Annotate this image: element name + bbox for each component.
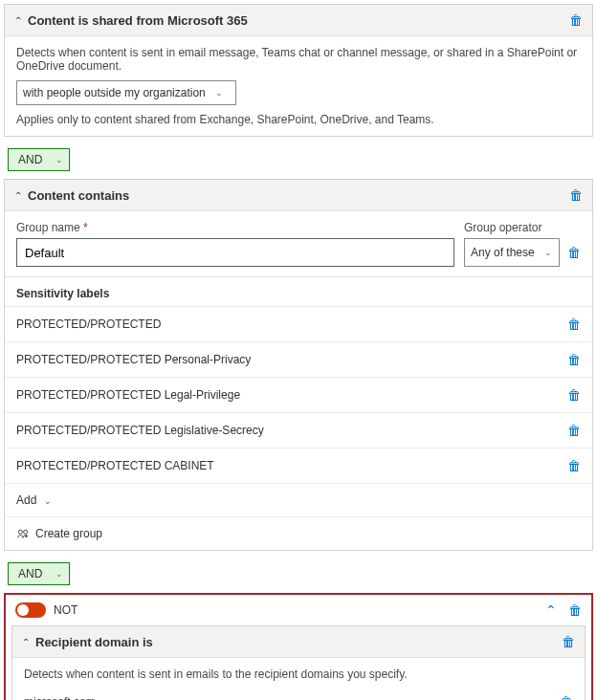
section-title: Content contains	[28, 188, 569, 203]
chevron-down-icon: ⌄	[44, 496, 52, 506]
condition-section-recipient: ⌃ Recipient domain is 🗑 Detects when con…	[11, 625, 586, 700]
group-operator-dropdown[interactable]: Any of these ⌄	[464, 238, 560, 267]
delete-icon[interactable]: 🗑	[562, 634, 575, 649]
condition-section-contains: ⌃ Content contains 🗑 Group name * Group …	[4, 179, 593, 551]
not-label: NOT	[54, 603, 538, 617]
group-name-input[interactable]	[16, 238, 454, 267]
operator-and[interactable]: AND ⌄	[8, 562, 70, 585]
delete-icon[interactable]: 🗑	[569, 187, 583, 203]
operator-label: AND	[18, 567, 42, 580]
group-op-label: Group operator	[464, 221, 581, 234]
chevron-down-icon: ⌄	[544, 248, 552, 257]
not-group: NOT ⌃ 🗑 ⌃ Recipient domain is 🗑 Detects …	[4, 593, 593, 700]
chevron-up-icon[interactable]: ⌃	[14, 15, 22, 26]
sensitivity-label-text: PROTECTED/PROTECTED Legislative-Secrecy	[16, 424, 264, 437]
delete-icon[interactable]: 🗑	[567, 387, 581, 403]
svg-point-1	[24, 530, 28, 534]
section-note: Applies only to content shared from Exch…	[16, 113, 581, 126]
domain-value: microsoft.com	[24, 695, 96, 700]
delete-icon[interactable]: 🗑	[567, 352, 581, 367]
sensitivity-label-text: PROTECTED/PROTECTED	[16, 317, 161, 331]
not-toggle[interactable]	[15, 602, 46, 618]
delete-icon[interactable]: 🗑	[567, 245, 581, 260]
create-group-label: Create group	[35, 527, 102, 540]
sensitivity-label-row: PROTECTED/PROTECTED Legislative-Secrecy🗑	[5, 412, 592, 448]
sensitivity-label-text: PROTECTED/PROTECTED Personal-Privacy	[16, 353, 251, 366]
chevron-down-icon: ⌄	[55, 569, 63, 579]
add-label: Add	[16, 493, 36, 507]
section-title: Content is shared from Microsoft 365	[28, 13, 569, 28]
group-op-value: Any of these	[471, 246, 535, 259]
sensitivity-labels-heading: Sensitivity labels	[5, 276, 592, 306]
chevron-up-icon[interactable]: ⌃	[22, 637, 30, 647]
delete-icon[interactable]: 🗑	[567, 317, 581, 332]
sensitivity-label-text: PROTECTED/PROTECTED Legal-Privilege	[16, 388, 240, 402]
add-menu[interactable]: Add ⌄	[5, 483, 592, 516]
group-name-label: Group name *	[16, 221, 454, 234]
create-group-button[interactable]: Create group	[5, 516, 592, 550]
section-description: Detects when content is sent in email me…	[16, 46, 581, 73]
chevron-down-icon: ⌄	[55, 155, 63, 164]
operator-and[interactable]: AND ⌄	[8, 148, 70, 171]
delete-icon[interactable]: 🗑	[568, 602, 582, 618]
section-title: Recipient domain is	[35, 635, 562, 649]
sensitivity-label-text: PROTECTED/PROTECTED CABINET	[16, 459, 214, 472]
operator-label: AND	[18, 153, 42, 166]
chevron-up-icon[interactable]: ⌃	[14, 190, 22, 201]
scope-dropdown[interactable]: with people outside my organization ⌄	[16, 80, 236, 105]
delete-icon[interactable]: 🗑	[569, 12, 583, 28]
section-description: Detects when content is sent in emails t…	[24, 667, 573, 681]
delete-icon[interactable]: 🗑	[567, 423, 581, 438]
delete-icon[interactable]: 🗑	[560, 694, 573, 700]
scope-value: with people outside my organization	[23, 86, 206, 99]
delete-icon[interactable]: 🗑	[567, 458, 581, 473]
chevron-up-icon[interactable]: ⌃	[545, 602, 557, 618]
create-group-icon	[16, 527, 30, 540]
sensitivity-label-row: PROTECTED/PROTECTED Personal-Privacy🗑	[5, 341, 592, 377]
sensitivity-label-row: PROTECTED/PROTECTED Legal-Privilege🗑	[5, 377, 592, 412]
svg-point-0	[18, 530, 22, 534]
chevron-down-icon: ⌄	[215, 88, 223, 98]
condition-section-shared: ⌃ Content is shared from Microsoft 365 🗑…	[4, 4, 593, 137]
sensitivity-label-row: PROTECTED/PROTECTED🗑	[5, 306, 592, 341]
sensitivity-label-row: PROTECTED/PROTECTED CABINET🗑	[5, 448, 592, 483]
